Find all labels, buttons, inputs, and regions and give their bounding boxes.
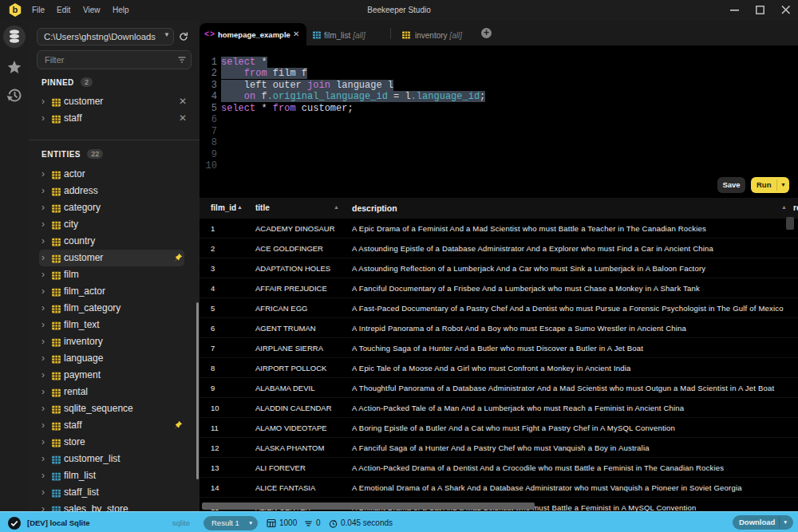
svg-text:b: b bbox=[13, 5, 18, 14]
